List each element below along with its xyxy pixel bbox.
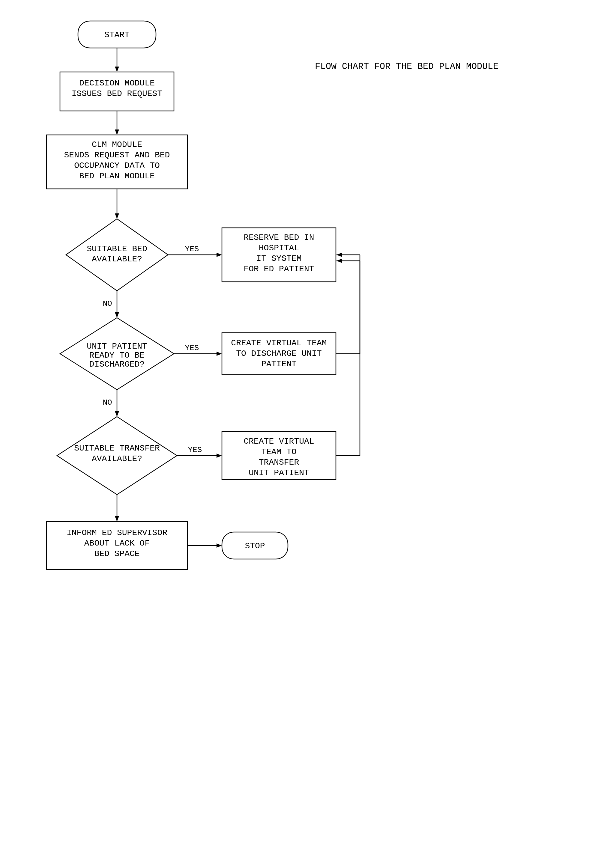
svg-marker-32: [337, 259, 342, 263]
inform-ed-line1: INFORM ED SUPERVISOR: [67, 528, 167, 537]
svg-marker-22: [337, 253, 342, 257]
stop-node: STOP: [245, 541, 265, 551]
discharge-team-line1: CREATE VIRTUAL TEAM: [231, 338, 327, 348]
reserve-bed-line3: IT SYSTEM: [256, 254, 301, 263]
transfer-team-line2: TEAM TO: [261, 447, 297, 457]
transfer-team-line1: CREATE VIRTUAL: [243, 437, 314, 446]
yes-label-2: YES: [185, 344, 199, 353]
clm-module-line3: OCCUPANCY DATA TO: [74, 161, 160, 170]
svg-marker-8: [115, 213, 119, 219]
transfer-team-line4: UNIT PATIENT: [249, 468, 309, 477]
decision-module-node: DECISION MODULE: [79, 79, 155, 88]
yes-label-1: YES: [185, 245, 199, 254]
no-label-2: NO: [102, 398, 112, 407]
discharge-team-line3: PATIENT: [261, 359, 297, 369]
suitable-transfer-line1: SUITABLE TRANSFER: [74, 444, 160, 453]
svg-marker-2: [115, 67, 119, 72]
start-node: START: [104, 30, 129, 40]
svg-marker-27: [217, 454, 222, 458]
clm-module-line1: CLM MODULE: [92, 140, 142, 149]
reserve-bed-line1: RESERVE BED IN: [243, 233, 314, 242]
reserve-bed-line2: HOSPITAL: [259, 243, 299, 253]
chart-title: FLOW CHART FOR THE BED PLAN MODULE: [315, 61, 499, 72]
unit-patient-line2: READY TO BE: [89, 351, 145, 360]
clm-module-line2: SENDS REQUEST AND BED: [64, 150, 170, 160]
svg-marker-5: [115, 129, 119, 135]
inform-ed-line3: BED SPACE: [94, 549, 140, 559]
svg-marker-11: [217, 253, 222, 257]
discharge-team-line2: TO DISCHARGE UNIT: [236, 349, 322, 358]
flowchart: FLOW CHART FOR THE BED PLAN MODULE START…: [0, 0, 616, 848]
yes-label-3: YES: [188, 445, 202, 454]
svg-marker-37: [217, 543, 222, 548]
inform-ed-line2: ABOUT LACK OF: [84, 539, 150, 548]
decision-module-node-2: ISSUES BED REQUEST: [72, 89, 162, 98]
svg-marker-14: [115, 312, 119, 318]
unit-patient-line1: UNIT PATIENT: [87, 342, 147, 351]
suitable-bed-line1: SUITABLE BED: [87, 244, 147, 254]
svg-marker-24: [115, 411, 119, 417]
svg-marker-34: [115, 516, 119, 522]
unit-patient-line3: DISCHARGED?: [89, 360, 145, 369]
suitable-transfer-line2: AVAILABLE?: [92, 454, 142, 463]
svg-marker-17: [217, 351, 222, 356]
suitable-bed-line2: AVAILABLE?: [92, 255, 142, 264]
clm-module-line4: BED PLAN MODULE: [79, 172, 155, 181]
transfer-team-line3: TRANSFER: [259, 458, 299, 467]
no-label-1: NO: [102, 299, 112, 308]
reserve-bed-line4: FOR ED PATIENT: [243, 264, 314, 274]
